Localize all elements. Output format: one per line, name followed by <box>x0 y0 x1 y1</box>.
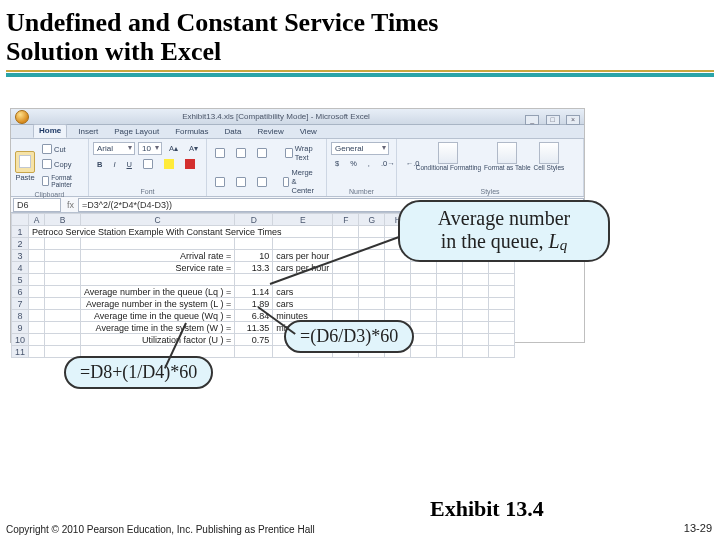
cell[interactable]: Average number in the system (L ) = <box>81 298 235 310</box>
format-painter-button[interactable]: Format Painter <box>38 172 84 190</box>
callout-lq-L: L <box>549 230 560 252</box>
tab-view[interactable]: View <box>295 126 322 138</box>
align-middle-button[interactable] <box>232 146 250 160</box>
tab-formulas[interactable]: Formulas <box>170 126 213 138</box>
cell[interactable]: 0.75 <box>235 334 273 346</box>
col-D[interactable]: D <box>235 214 273 226</box>
col-F[interactable]: F <box>333 214 359 226</box>
cell[interactable]: Average number in the queue (Lq ) = <box>81 286 235 298</box>
border-button[interactable] <box>139 157 157 171</box>
table-row: 10 Utilization factor (U ) = 0.75 <box>12 334 515 346</box>
ribbon: Paste Cut Copy Format Painter Clipboard … <box>11 139 584 197</box>
table-row: 9 Average time in the system (W ) = 11.3… <box>12 322 515 334</box>
cell[interactable]: Petroco Service Station Example With Con… <box>29 226 333 238</box>
group-label-font: Font <box>93 187 202 195</box>
fill-color-button[interactable] <box>160 157 178 171</box>
col-G[interactable]: G <box>359 214 385 226</box>
underline-button[interactable]: U <box>123 158 136 171</box>
tab-page-layout[interactable]: Page Layout <box>109 126 164 138</box>
bold-button[interactable]: B <box>93 158 106 171</box>
grow-font-button[interactable]: A▴ <box>165 142 182 155</box>
cell-styles-icon[interactable] <box>539 142 559 164</box>
table-row: 4 Service rate = 13.3 cars per hour <box>12 262 515 274</box>
format-as-table-button[interactable]: Format as Table <box>484 164 530 171</box>
paste-icon[interactable] <box>15 151 35 173</box>
align-left-button[interactable] <box>211 175 229 189</box>
col-A[interactable]: A <box>29 214 45 226</box>
window-title: Exhibit13.4.xls [Compatibility Mode] - M… <box>182 112 370 121</box>
group-number: General $ % , .0→ ←.0 Number <box>327 139 397 196</box>
tab-insert[interactable]: Insert <box>73 126 103 138</box>
callout-lq-line2a: in the queue, <box>441 230 549 252</box>
close-button[interactable]: × <box>566 115 580 125</box>
callout-formula-d8-text: =(D6/D3)*60 <box>300 326 398 347</box>
brush-icon <box>42 176 49 186</box>
cell[interactable]: 1.89 <box>235 298 273 310</box>
cell[interactable]: cars <box>273 298 333 310</box>
tab-data[interactable]: Data <box>220 126 247 138</box>
percent-button[interactable]: % <box>346 157 361 170</box>
cell[interactable]: 13.3 <box>235 262 273 274</box>
align-right-button[interactable] <box>253 175 271 189</box>
minimize-button[interactable]: _ <box>525 115 539 125</box>
align-top-button[interactable] <box>211 146 229 160</box>
align-center-button[interactable] <box>232 175 250 189</box>
paste-button[interactable]: Paste <box>15 173 34 182</box>
cell[interactable]: Arrival rate = <box>81 250 235 262</box>
group-font: Arial 10 A▴ A▾ B I U Font <box>89 139 207 196</box>
group-alignment: Wrap Text Merge & Center Alignment <box>207 139 327 196</box>
scissors-icon <box>42 144 52 154</box>
copy-icon <box>42 159 52 169</box>
merge-center-button[interactable]: Merge & Center <box>279 166 322 197</box>
excel-titlebar: Exhibit13.4.xls [Compatibility Mode] - M… <box>11 109 584 125</box>
cell[interactable]: cars <box>273 286 333 298</box>
conditional-formatting-button[interactable]: Conditional Formatting <box>416 164 481 171</box>
cell[interactable]: 10 <box>235 250 273 262</box>
italic-button[interactable]: I <box>109 158 119 171</box>
align-right-icon <box>257 177 267 187</box>
copy-button[interactable]: Copy <box>38 157 84 171</box>
currency-button[interactable]: $ <box>331 157 343 170</box>
col-E[interactable]: E <box>273 214 333 226</box>
align-bottom-icon <box>257 148 267 158</box>
tab-home[interactable]: Home <box>33 124 67 138</box>
cell[interactable]: 11.35 <box>235 322 273 334</box>
font-color-icon <box>185 159 195 169</box>
cell-styles-button[interactable]: Cell Styles <box>534 164 565 171</box>
group-label-styles: Styles <box>401 187 579 195</box>
cut-button[interactable]: Cut <box>38 142 84 156</box>
font-color-button[interactable] <box>181 157 199 171</box>
table-row: 5 <box>12 274 515 286</box>
cell[interactable]: Average time in the queue (Wq ) = <box>81 310 235 322</box>
col-C[interactable]: C <box>81 214 235 226</box>
increase-decimal-button[interactable]: .0→ <box>377 157 399 170</box>
font-name-select[interactable]: Arial <box>93 142 135 155</box>
callout-formula-d9-text: =D8+(1/D4)*60 <box>80 362 197 383</box>
copyright-text: Copyright © 2010 Pearson Education, Inc.… <box>6 524 376 536</box>
align-center-icon <box>236 177 246 187</box>
tab-review[interactable]: Review <box>252 126 288 138</box>
shrink-font-button[interactable]: A▾ <box>185 142 202 155</box>
align-bottom-button[interactable] <box>253 146 271 160</box>
office-orb-icon[interactable] <box>15 110 29 124</box>
fx-icon[interactable]: fx <box>63 200 78 210</box>
page-number: 13-29 <box>684 522 712 534</box>
conditional-formatting-icon[interactable] <box>438 142 458 164</box>
format-as-table-icon[interactable] <box>497 142 517 164</box>
comma-button[interactable]: , <box>364 157 374 170</box>
cell[interactable]: cars per hour <box>273 250 333 262</box>
font-size-select[interactable]: 10 <box>138 142 162 155</box>
name-box[interactable]: D6 <box>13 198 61 212</box>
wrap-text-button[interactable]: Wrap Text <box>281 142 322 164</box>
cell[interactable]: 1.14 <box>235 286 273 298</box>
exhibit-label: Exhibit 13.4 <box>430 496 544 522</box>
maximize-button[interactable]: □ <box>546 115 560 125</box>
col-B[interactable]: B <box>45 214 81 226</box>
callout-lq-line1: Average number <box>438 207 570 229</box>
cell[interactable]: Utilization factor (U ) = <box>81 334 235 346</box>
number-format-select[interactable]: General <box>331 142 389 155</box>
cell[interactable]: Service rate = <box>81 262 235 274</box>
merge-icon <box>283 177 289 187</box>
table-row: 7 Average number in the system (L ) = 1.… <box>12 298 515 310</box>
cell[interactable]: Average time in the system (W ) = <box>81 322 235 334</box>
